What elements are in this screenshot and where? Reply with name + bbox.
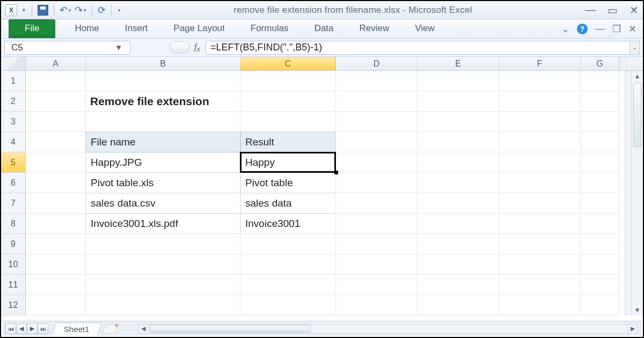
sheet-nav-last-icon[interactable]: ⏭	[38, 324, 48, 334]
cell-c7[interactable]: sales data	[240, 193, 336, 214]
row-header-4[interactable]: 4	[1, 132, 26, 152]
cancel-formula-button[interactable]	[170, 41, 190, 53]
name-box-value: C5	[11, 42, 23, 53]
row-header-12[interactable]: 12	[1, 295, 26, 315]
hscroll-thumb[interactable]	[150, 325, 311, 333]
row-header-11[interactable]: 11	[1, 275, 26, 295]
fill-handle[interactable]	[334, 171, 338, 174]
workbook-close-icon[interactable]: ✕	[628, 23, 636, 35]
cell-b5[interactable]: Happy.JPG	[86, 152, 240, 173]
tab-page-layout[interactable]: Page Layout	[160, 19, 237, 38]
row-header-10[interactable]: 10	[1, 254, 26, 275]
row-header-2[interactable]: 2	[1, 91, 26, 112]
table-header-filename[interactable]: File name	[86, 132, 240, 152]
row-header-7[interactable]: 7	[1, 193, 26, 214]
window-title: remove file extension from filename.xlsx…	[121, 5, 585, 16]
col-header-d[interactable]: D	[336, 57, 418, 70]
cell-c6[interactable]: Pivot table	[240, 173, 336, 193]
table-header-result[interactable]: Result	[240, 132, 336, 152]
col-header-g[interactable]: G	[581, 57, 619, 70]
sheet-tab-bar: ⏮ ◀ ▶ ⏭ Sheet1 ◀ ▶	[2, 321, 642, 336]
maximize-button[interactable]: ▭	[608, 4, 618, 17]
title-bar: ▼ ↶▾ ↷▾ ⟳ ▾ remove file extension from f…	[1, 1, 643, 19]
name-box-dropdown-icon[interactable]: ▾	[114, 42, 123, 53]
column-headers: A B C D E F G	[1, 57, 643, 71]
split-strip[interactable]	[625, 71, 631, 315]
scroll-right-icon[interactable]: ▶	[627, 325, 637, 333]
select-all-corner[interactable]	[1, 57, 26, 70]
formula-input[interactable]: =LEFT(B5,FIND(".",B5)-1)	[206, 41, 630, 55]
tab-data[interactable]: Data	[302, 19, 347, 38]
workbook-restore-icon[interactable]: ❐	[612, 23, 621, 35]
cell-heading[interactable]: Remove file extension	[86, 91, 240, 112]
close-button[interactable]: ✕	[630, 4, 639, 17]
cell-b6[interactable]: Pivot table.xls	[86, 173, 240, 193]
vertical-scrollbar[interactable]: ▲ ▼	[631, 71, 643, 315]
name-box[interactable]: C5 ▾	[4, 41, 130, 55]
row-header-5[interactable]: 5	[1, 152, 26, 173]
col-header-c[interactable]: C	[240, 57, 336, 70]
cell-b8[interactable]: Invoice3001.xls.pdf	[86, 214, 240, 234]
cells-area[interactable]: Remove file extension File name Result H…	[26, 71, 625, 315]
scroll-up-icon[interactable]: ▲	[632, 71, 643, 82]
redo-button[interactable]: ↷▾	[75, 4, 86, 16]
cell-b7[interactable]: sales data.csv	[86, 193, 240, 214]
col-header-f[interactable]: F	[499, 57, 581, 70]
col-header-b[interactable]: B	[86, 57, 240, 70]
tab-formulas[interactable]: Formulas	[238, 19, 302, 38]
col-header-a[interactable]: A	[26, 57, 86, 70]
row-header-8[interactable]: 8	[1, 214, 26, 234]
cell-c5[interactable]: Happy	[240, 152, 336, 173]
quick-access-toolbar: ▼ ↶▾ ↷▾ ⟳ ▾	[5, 4, 121, 16]
tab-view[interactable]: View	[402, 19, 448, 38]
horizontal-scrollbar[interactable]: ◀ ▶	[138, 324, 638, 334]
worksheet-grid: 1 2 3 4 5 6 7 8 9 10 11 12 Remove file e…	[1, 71, 643, 315]
help-icon[interactable]: ?	[577, 24, 588, 34]
vscroll-thumb[interactable]	[633, 83, 641, 147]
scroll-down-icon[interactable]: ▼	[632, 305, 643, 315]
formula-bar: C5 ▾ fx =LEFT(B5,FIND(".",B5)-1) ⌄	[1, 39, 643, 57]
row-headers: 1 2 3 4 5 6 7 8 9 10 11 12	[1, 71, 26, 315]
cell-c8[interactable]: Invoice3001	[240, 214, 336, 234]
new-sheet-button[interactable]	[103, 324, 119, 334]
undo-button[interactable]: ↶▾	[60, 4, 71, 16]
row-header-9[interactable]: 9	[1, 234, 26, 254]
ribbon-minimize-icon[interactable]: ⌄	[561, 23, 569, 35]
repeat-button[interactable]: ⟳	[98, 4, 106, 16]
row-header-3[interactable]: 3	[1, 112, 26, 132]
save-icon[interactable]	[38, 5, 48, 16]
sheet-nav-next-icon[interactable]: ▶	[27, 324, 38, 334]
workbook-minimize-icon[interactable]: ―	[595, 23, 605, 34]
row-header-6[interactable]: 6	[1, 173, 26, 193]
sheet-nav-first-icon[interactable]: ⏮	[5, 324, 16, 334]
excel-logo-icon[interactable]	[5, 4, 17, 16]
fx-icon[interactable]: fx	[194, 41, 200, 54]
minimize-button[interactable]: ―	[585, 4, 596, 17]
col-header-e[interactable]: E	[418, 57, 499, 70]
tab-insert[interactable]: Insert	[112, 19, 161, 38]
formula-text: =LEFT(B5,FIND(".",B5)-1)	[210, 42, 322, 53]
qat-menu-caret-icon[interactable]: ▼	[21, 8, 26, 13]
tab-file[interactable]: File	[9, 19, 55, 38]
formula-expand-icon[interactable]: ⌄	[630, 41, 640, 55]
sheet-nav-prev-icon[interactable]: ◀	[16, 324, 27, 334]
tab-review[interactable]: Review	[347, 19, 402, 38]
ribbon-tabs: File Home Insert Page Layout Formulas Da…	[1, 19, 643, 39]
tab-home[interactable]: Home	[62, 19, 112, 38]
row-header-1[interactable]: 1	[1, 71, 26, 91]
scroll-left-icon[interactable]: ◀	[139, 325, 149, 333]
sheet-tab-sheet1[interactable]: Sheet1	[52, 322, 101, 335]
